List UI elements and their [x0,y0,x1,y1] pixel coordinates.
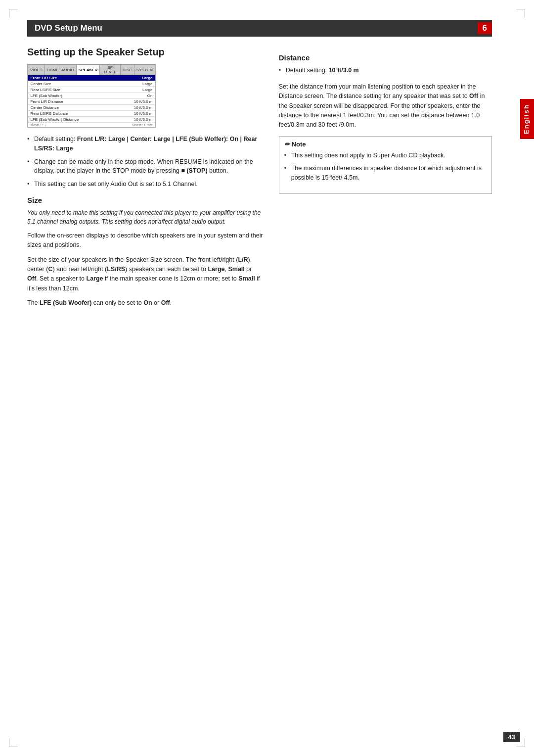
corner-tl [9,9,18,18]
size-section-title: Size [27,196,263,204]
table-footer-row: Move : ↑ ↓ Select : Enter [28,123,155,128]
tab-speaker[interactable]: SPEAKER [76,65,100,75]
reardist-value: 10 ft/3.0 m [120,111,155,117]
lfedist-label: LFE (Sub Woofer) Distance [28,117,121,123]
note-label: Note [292,141,306,148]
language-sidebar: English [520,99,534,139]
left-column: Setting up the Speaker Setup VIDEO HDMI … [27,47,263,313]
centerdist-value: 10 ft/3.0 m [120,105,155,111]
table-row-front-lr: Front L/R Size Large [28,75,155,81]
size-para-3: The LFE (Sub Woofer) can only be set to … [27,298,263,308]
section-title: Setting up the Speaker Setup [27,47,263,58]
table-row-center: Center Size Large [28,81,155,87]
page-number: 43 [503,732,520,742]
note-bullet-2: The maximum differences in speaker dista… [284,164,487,183]
size-italic-para: You only need to make this setting if yo… [27,208,263,226]
tab-splevel: SP LEVEL [100,65,121,75]
size-para-1: Follow the on-screen displays to describ… [27,231,263,250]
note-icon: ✏ [284,141,290,148]
center-value: Large [120,81,155,87]
bullet-item-2: Change can be made only in the stop mode… [27,157,263,176]
lfe-label: LFE (Sub Woofer) [28,93,121,99]
table-row-rear: Rear LS/RS Size Large [28,87,155,93]
right-column: Distance Default setting: 10 ft/3.0 m Se… [279,47,492,313]
main-content: DVD Setup Menu 6 Setting up the Speaker … [27,20,507,313]
table-row-reardist: Rear LS/RS Distance 10 ft/3.0 m [28,111,155,117]
corner-tr [516,9,525,18]
tab-system: SYSTEM [134,65,155,75]
table-footer-right: Select : Enter [100,123,155,128]
rear-label: Rear LS/RS Size [28,87,121,93]
note-bullet-1: This setting does not apply to Super Aud… [284,151,487,160]
reardist-label: Rear LS/RS Distance [28,111,121,117]
note-bullet-list: This setting does not apply to Super Aud… [284,151,487,183]
header-page-num: 6 [478,22,492,34]
rear-value: Large [120,87,155,93]
tab-video: VIDEO [28,65,45,75]
distance-default-item: Default setting: 10 ft/3.0 m [279,66,492,75]
distance-section-title: Distance [279,53,492,62]
size-para-2: Set the size of your speakers in the Spe… [27,255,263,294]
distance-para-1: Set the distance from your main listenin… [279,82,492,130]
table-row-lfedist: LFE (Sub Woofer) Distance 10 ft/3.0 m [28,117,155,123]
lfedist-value: 10 ft/3.0 m [120,117,155,123]
centerdist-label: Center Distance [28,105,121,111]
two-column-layout: Setting up the Speaker Setup VIDEO HDMI … [27,47,492,313]
bullet-item-3: This setting can be set only Audio Out i… [27,180,263,189]
center-label: Center Size [28,81,121,87]
tab-audio: AUDIO [59,65,76,75]
frontdist-label: Front L/R Distance [28,99,121,105]
lfe-value: On [120,93,155,99]
table-row-frontdist: Front L/R Distance 10 ft/3.0 m [28,99,155,105]
header-title: DVD Setup Menu [35,23,102,33]
table-row-lfe: LFE (Sub Woofer) On [28,93,155,99]
screenshot-table: VIDEO HDMI AUDIO SPEAKER SP LEVEL DISC S… [28,64,155,127]
front-lr-label: Front L/R Size [28,75,121,81]
distance-default-list: Default setting: 10 ft/3.0 m [279,66,492,75]
note-box: ✏ Note This setting does not apply to Su… [279,136,492,194]
corner-bl [9,738,18,747]
main-bullet-list: Default setting: Front L/R: Large | Cent… [27,135,263,189]
table-row-centerdist: Center Distance 10 ft/3.0 m [28,105,155,111]
tab-row: VIDEO HDMI AUDIO SPEAKER SP LEVEL DISC S… [28,65,155,75]
screenshot-table-wrapper: VIDEO HDMI AUDIO SPEAKER SP LEVEL DISC S… [27,64,156,128]
front-lr-value: Large [120,75,155,81]
tab-hdmi: HDMI [44,65,59,75]
tab-disc: DISC [120,65,134,75]
frontdist-value: 10 ft/3.0 m [120,99,155,105]
note-title: ✏ Note [284,141,487,148]
bullet-item-1: Default setting: Front L/R: Large | Cent… [27,135,263,153]
table-footer-left: Move : ↑ ↓ [28,123,100,128]
header-bar: DVD Setup Menu 6 [27,20,492,37]
